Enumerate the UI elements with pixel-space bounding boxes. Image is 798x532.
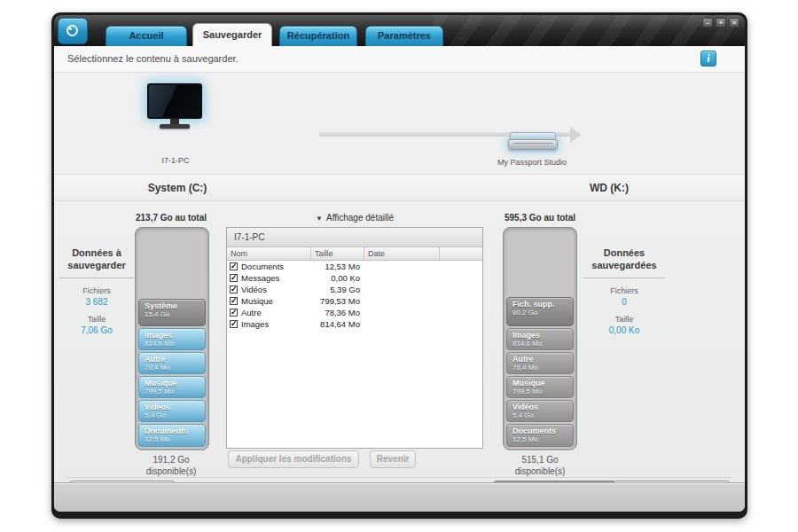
source-total-label: 213,7 Go au total [105,213,238,223]
target-volume-label: WD (K:) [565,182,653,194]
source-stats-title: Données à sauvegarder [59,246,134,278]
row-name: Images [241,319,312,329]
drive-bottom [508,139,558,150]
revert-button[interactable]: Revenir [370,450,416,468]
segment-size: 799,5 Mo [145,387,205,396]
source-segment-systeme: Système 15,4 Go [138,299,206,326]
segment-name: Musique [145,379,205,387]
source-available: 191,2 Go disponible(s) [105,454,238,477]
target-files-label: Fichiers [583,286,665,295]
external-drive-icon [508,132,558,155]
column-header-nom[interactable]: Nom [227,247,311,260]
segment-size: 12,5 Mo [512,435,573,444]
table-row[interactable]: ✓ Musique 799,53 Mo [227,295,482,307]
row-name: Vidéos [241,285,312,294]
checkbox-checked-icon[interactable]: ✓ [230,274,238,282]
target-segment-musique: Musique 799,5 Mo [506,376,574,398]
arrow-head [570,127,582,143]
logo-dot-icon [69,27,72,30]
segment-name: Vidéos [145,403,205,411]
table-row[interactable]: ✓ Vidéos 5,39 Go [227,284,482,295]
tab-recuperation[interactable]: Récupération [279,26,357,46]
controls-divider [67,477,732,478]
segment-name: Documents [145,426,205,435]
title-bar: Accueil Sauvegarder Récupération Paramèt… [54,15,745,46]
checkbox-checked-icon[interactable]: ✓ [230,320,238,328]
tab-accueil[interactable]: Accueil [106,26,187,46]
source-segment-autre: Autre 78,4 Mo [138,352,206,374]
segment-name: Autre [512,355,573,364]
source-available-value: 191,2 Go [105,454,238,466]
source-volume-label: System (C:) [133,182,222,194]
apply-changes-button[interactable]: Appliquer les modifications [228,450,359,468]
info-icon[interactable]: i [700,51,716,66]
segment-size: 80,2 Go [512,309,573,317]
source-device-name: I7-1-PC [136,156,215,165]
maximize-button[interactable]: + [716,18,726,27]
logo-ring-icon [66,25,78,36]
close-button[interactable]: × [729,18,739,27]
segment-size: 5,4 Go [145,411,205,420]
target-available-label: disponible(s) [473,466,606,477]
segment-size: 814,6 Mo [145,340,205,348]
target-segment-autre: Autre 78,4 Mo [506,352,574,374]
window-controls: – + × [702,18,739,27]
segment-name: Images [512,331,573,340]
checkbox-checked-icon[interactable]: ✓ [230,297,238,305]
column-header-date[interactable]: Date [364,247,440,260]
target-segment-images: Images 814,6 Mo [506,328,574,350]
segment-size: 12,5 Mo [145,435,205,444]
target-usage-bar: Fich. supp. 80,2 Go Images 814,6 Mo Autr… [503,227,577,450]
table-row[interactable]: ✓ Documents 12,53 Mo [227,261,482,272]
target-stats-title: Données sauvegardées [583,246,665,278]
source-stats: Données à sauvegarder Fichiers 3 682 Tai… [59,246,134,335]
volumes-strip: System (C:) WD (K:) [54,174,745,201]
row-size: 799,53 Mo [312,296,365,306]
target-segment-fich-supp: Fich. supp. 80,2 Go [506,297,574,326]
target-available-value: 515,1 Go [473,454,606,466]
target-segment-videos: Vidéos 5,4 Go [506,400,574,422]
target-files-value: 0 [583,297,665,307]
segment-size: 78,4 Mo [512,364,573,372]
computer-icon [147,83,204,131]
row-name: Autre [241,308,312,317]
detail-table: I7-1-PC Nom Taille Date ✓ Documents 12,5… [226,227,483,449]
source-segment-musique: Musique 799,5 Mo [138,376,206,398]
source-available-label: disponible(s) [105,466,238,477]
checkbox-checked-icon[interactable]: ✓ [230,309,238,317]
source-size-label: Taille [59,315,134,324]
column-header-empty [440,247,482,260]
detail-view-dropdown[interactable]: ▼Affichage détaillé [226,213,483,223]
tab-sauvegarder[interactable]: Sauvegarder [192,23,272,46]
column-header-taille[interactable]: Taille [311,247,364,260]
app-window: Accueil Sauvegarder Récupération Paramèt… [51,12,747,519]
segment-name: Vidéos [512,403,573,411]
target-stats: Données sauvegardées Fichiers 0 Taille 0… [583,246,665,335]
segment-name: Autre [145,355,205,364]
table-row[interactable]: ✓ Messages 0,00 Ko [227,272,482,284]
row-size: 0,00 Ko [312,273,365,283]
segment-size: 5,4 Go [512,411,573,420]
row-size: 5,39 Go [312,285,365,294]
footer-strip [54,482,745,512]
monitor-base [160,124,190,129]
minimize-button[interactable]: – [702,18,713,27]
instruction-bar: Sélectionnez le contenu à sauvegarder. i [54,46,745,73]
source-segment-images: Images 814,6 Mo [138,328,206,350]
table-row[interactable]: ✓ Images 814,64 Mo [227,318,482,330]
checkbox-checked-icon[interactable]: ✓ [230,262,238,270]
tab-parametres[interactable]: Paramètres [365,26,443,46]
checkbox-checked-icon[interactable]: ✓ [230,286,238,293]
row-size: 78,36 Mo [312,308,365,317]
drive-seam [513,143,552,144]
main-content: I7-1-PC My Passport Studio System (C:) W… [54,73,745,482]
source-segment-videos: Vidéos 5,4 Go [138,400,206,422]
row-name: Documents [241,262,312,271]
row-name: Musique [241,296,312,306]
table-row[interactable]: ✓ Autre 78,36 Mo [227,307,482,318]
segment-size: 15,4 Go [145,310,205,319]
detail-view-label: Affichage détaillé [326,213,394,223]
segment-size: 78,4 Mo [145,364,205,372]
instruction-text: Sélectionnez le contenu à sauvegarder. [67,53,239,64]
segment-size: 814,6 Mo [512,340,573,348]
